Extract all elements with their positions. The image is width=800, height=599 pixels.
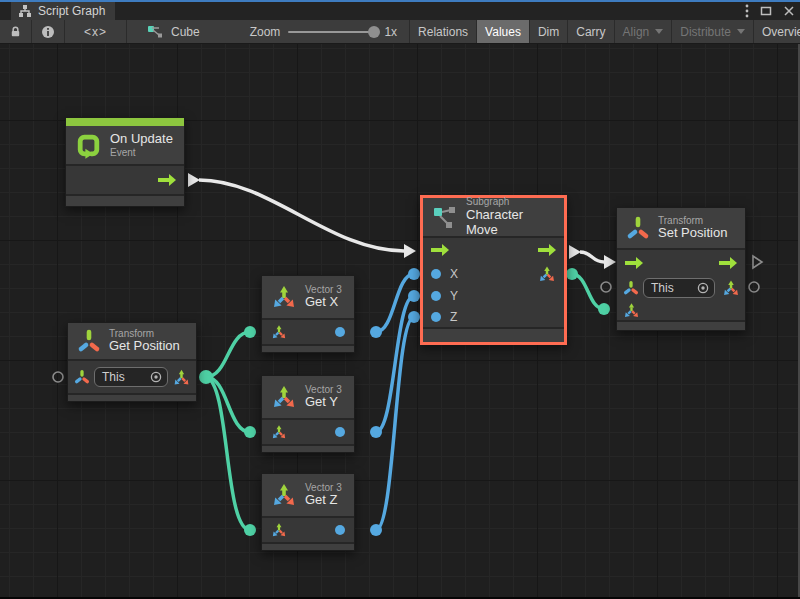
object-picker-icon[interactable]	[150, 371, 162, 383]
node-footer	[262, 544, 354, 550]
node-set-position[interactable]: Transform Set Position This	[616, 207, 746, 331]
subgraph-target-icon	[147, 24, 163, 40]
menu-icon[interactable]	[745, 4, 749, 18]
vector3-icon	[271, 284, 297, 310]
node-on-update-ports	[66, 166, 184, 194]
node-footer	[617, 322, 745, 330]
node-set-position-header: Transform Set Position	[617, 208, 745, 248]
set-position-target-row: This	[617, 276, 745, 300]
relations-button[interactable]: Relations	[410, 20, 477, 43]
node-title: Character Move	[466, 208, 555, 238]
node-get-position-header: Transform Get Position	[68, 323, 196, 359]
transform-port-icon[interactable]	[74, 369, 90, 385]
control-input-port[interactable]	[624, 256, 644, 270]
node-get-x[interactable]: Vector 3 Get X	[261, 275, 355, 353]
info-icon	[41, 25, 55, 39]
float-input-port-x[interactable]	[431, 269, 441, 279]
port-label-x: X	[450, 267, 458, 281]
this-value: This	[651, 281, 691, 295]
vector3-icon	[271, 482, 297, 508]
script-graph-window: Script Graph	[0, 0, 800, 599]
close-icon[interactable]	[783, 5, 795, 17]
subgraph-icon	[432, 204, 458, 230]
node-get-x-header: Vector 3 Get X	[262, 276, 354, 318]
node-footer	[423, 329, 564, 342]
transform-icon	[77, 329, 101, 353]
dim-label: Dim	[538, 25, 559, 39]
node-get-y-header: Vector 3 Get Y	[262, 376, 354, 418]
set-position-value-row	[617, 300, 745, 320]
node-get-y[interactable]: Vector 3 Get Y	[261, 375, 355, 453]
node-type-label: Event	[110, 147, 173, 159]
lock-button[interactable]	[0, 20, 32, 43]
tab-bar: Script Graph	[0, 2, 800, 20]
graph-hierarchy-icon	[18, 4, 32, 18]
this-object-field[interactable]: This	[643, 278, 715, 298]
set-position-control-row	[617, 250, 745, 276]
character-move-x-row: X	[423, 262, 564, 285]
distribute-button[interactable]: Distribute	[672, 20, 754, 43]
this-object-field[interactable]: This	[94, 367, 168, 387]
overview-button[interactable]: Overview	[754, 20, 800, 43]
carry-button[interactable]: Carry	[568, 20, 614, 43]
control-output-port[interactable]	[157, 173, 177, 187]
dim-button[interactable]: Dim	[530, 20, 568, 43]
node-get-z[interactable]: Vector 3 Get Z	[261, 473, 355, 551]
lock-icon	[9, 25, 22, 38]
tab-script-graph[interactable]: Script Graph	[11, 2, 115, 20]
vector3-output-port-icon[interactable]	[538, 265, 556, 283]
node-title: Get Z	[305, 493, 342, 508]
vector3-input-port-icon[interactable]	[623, 302, 640, 319]
node-title: Get Position	[109, 339, 180, 354]
vector3-output-port-icon[interactable]	[722, 279, 740, 297]
node-footer	[262, 446, 354, 452]
window-controls	[745, 2, 795, 20]
float-input-port-z[interactable]	[431, 312, 441, 322]
control-output-port[interactable]	[537, 243, 557, 257]
control-input-port[interactable]	[430, 243, 450, 257]
relations-label: Relations	[418, 25, 468, 39]
zoom-label: Zoom	[250, 25, 281, 39]
node-get-position-ports: This	[68, 361, 196, 393]
graph-toolbar: <x> Cube Zoom 1x Relations Values Dim Ca…	[0, 20, 800, 44]
node-footer	[68, 395, 196, 401]
maximize-icon[interactable]	[760, 5, 772, 17]
values-label: Values	[485, 25, 521, 39]
character-move-z-row: Z	[423, 306, 564, 327]
transform-port-icon[interactable]	[623, 280, 639, 296]
node-title: Get Y	[305, 395, 342, 410]
float-output-port[interactable]	[335, 525, 345, 535]
float-output-port[interactable]	[335, 327, 345, 337]
node-get-x-ports	[262, 320, 354, 344]
float-input-port-y[interactable]	[431, 291, 441, 301]
graph-target-label: Cube	[171, 25, 200, 39]
node-on-update[interactable]: On Update Event	[65, 117, 185, 207]
object-picker-icon[interactable]	[697, 282, 709, 294]
zoom-slider-handle[interactable]	[368, 26, 380, 38]
this-value: This	[102, 370, 144, 384]
align-button[interactable]: Align	[615, 20, 673, 43]
node-character-move[interactable]: Subgraph Character Move X	[420, 195, 567, 345]
zoom-slider[interactable]	[288, 31, 376, 33]
node-footer	[262, 346, 354, 352]
tab-title: Script Graph	[38, 4, 105, 18]
inspect-button[interactable]	[32, 20, 65, 43]
character-move-y-row: Y	[423, 285, 564, 306]
zoom-controls: Cube Zoom 1x	[127, 20, 410, 43]
control-output-port[interactable]	[718, 256, 738, 270]
values-button[interactable]: Values	[477, 20, 530, 43]
node-get-z-ports	[262, 518, 354, 542]
vector3-input-port-icon[interactable]	[271, 522, 287, 538]
float-output-port[interactable]	[335, 427, 345, 437]
node-character-move-header: Subgraph Character Move	[423, 198, 564, 236]
event-loop-icon	[75, 132, 102, 159]
vector3-input-port-icon[interactable]	[271, 424, 287, 440]
node-title: Get X	[305, 295, 342, 310]
edit-source-button[interactable]: <x>	[65, 20, 127, 43]
transform-icon	[626, 216, 650, 240]
vector3-output-port-icon[interactable]	[172, 368, 191, 387]
port-label-z: Z	[450, 310, 457, 324]
node-get-position[interactable]: Transform Get Position This	[67, 322, 197, 402]
vector3-input-port-icon[interactable]	[271, 324, 287, 340]
event-accent-bar	[66, 118, 184, 126]
